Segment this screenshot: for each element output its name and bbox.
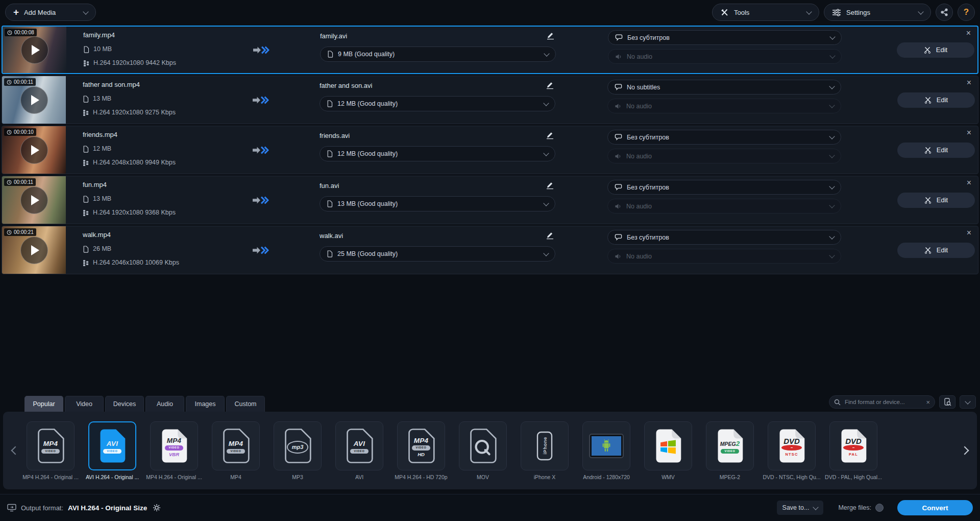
media-row-walk[interactable]: 00:00:21 walk.mp4 26 MB H.264 2046x1080 … — [2, 226, 978, 274]
quality-dropdown[interactable]: 9 MB (Good quality) — [320, 46, 556, 62]
format-tabs: Popular Video Devices Audio Images Custo… — [0, 393, 980, 412]
media-row-friends[interactable]: 00:00:10 friends.mp4 12 MB H.264 2048x10… — [2, 126, 978, 174]
collapse-panel-button[interactable] — [960, 395, 976, 409]
edit-label: Edit — [937, 196, 948, 204]
media-row-father-and-son[interactable]: 00:00:11 father and son.mp4 13 MB H.264 … — [2, 76, 978, 124]
preset-mpeg2[interactable]: MPEG2 VIDEO MPEG-2 — [705, 421, 755, 480]
search-clear-icon[interactable]: × — [926, 399, 930, 406]
quality-dropdown[interactable]: 25 MB (Good quality) — [320, 246, 555, 262]
play-button[interactable] — [20, 186, 48, 214]
preset-avi[interactable]: AVIVIDEO AVI — [334, 421, 384, 480]
preset-wmv[interactable]: WMV — [643, 421, 693, 480]
preset-iphone-x[interactable]: iPhone iPhone X — [520, 421, 570, 480]
device-detect-button[interactable] — [939, 395, 955, 409]
preset-avi-h264-original[interactable]: AVIVIDEO AVI H.264 - Original ... — [87, 421, 137, 480]
edit-button[interactable]: Edit — [897, 143, 975, 158]
source-info: father and son.mp4 13 MB H.264 1920x1080… — [83, 76, 242, 124]
carousel-left-button[interactable] — [7, 420, 23, 481]
source-size: 13 MB — [93, 95, 111, 103]
preset-mp4-hd-720p[interactable]: MP4VIDEOHD MP4 H.264 - HD 720p — [396, 421, 446, 480]
play-button[interactable] — [20, 86, 48, 114]
device-search-icon — [943, 398, 951, 406]
carousel-right-button[interactable] — [957, 420, 973, 481]
audio-dropdown[interactable]: No audio — [607, 199, 841, 214]
quality-dropdown[interactable]: 13 MB (Good quality) — [320, 196, 555, 211]
quality-dropdown[interactable]: 12 MB (Good quality) — [320, 146, 555, 161]
edit-button[interactable]: Edit — [897, 243, 975, 258]
tab-audio[interactable]: Audio — [145, 396, 184, 412]
rename-icon[interactable] — [545, 180, 555, 191]
preset-mp3[interactable]: mp3 MP3 — [273, 421, 323, 480]
tab-popular[interactable]: Popular — [24, 396, 63, 412]
subtitles-value: No subtitles — [627, 84, 660, 91]
play-button[interactable] — [20, 136, 48, 164]
preset-mp4-h264-original-1[interactable]: MP4VIDEO MP4 H.264 - Original ... — [26, 421, 76, 480]
preset-mp4[interactable]: MP4VIDEO MP4 — [211, 421, 261, 480]
tracks-settings: No subtitles No audio — [607, 76, 841, 124]
preset-dvd-ntsc[interactable]: DVD NTSC DVD - NTSC, High Qu... — [767, 421, 817, 480]
duration-text: 00:00:21 — [14, 229, 34, 235]
rename-icon[interactable] — [545, 31, 556, 41]
remove-file-button[interactable]: × — [967, 129, 971, 137]
search-icon — [834, 399, 841, 406]
help-button[interactable]: ? — [958, 4, 975, 21]
output-settings-button[interactable] — [153, 504, 161, 512]
source-filename: family.mp4 — [83, 31, 242, 39]
merge-files-toggle[interactable] — [875, 504, 884, 512]
edit-button[interactable]: Edit — [897, 92, 975, 108]
audio-dropdown[interactable]: No audio — [607, 249, 841, 264]
share-button[interactable] — [936, 4, 953, 21]
quality-dropdown[interactable]: 12 MB (Good quality) — [320, 96, 555, 111]
android-robot-icon — [600, 439, 612, 453]
subtitles-dropdown[interactable]: Без субтитров — [607, 230, 841, 245]
subtitles-dropdown[interactable]: Без субтитров — [607, 180, 841, 195]
media-row-family[interactable]: 00:00:08 family.mp4 10 MB H.264 1920x108… — [2, 26, 978, 74]
audio-dropdown[interactable]: No audio — [608, 49, 842, 64]
media-row-fun[interactable]: 00:00:11 fun.mp4 13 MB H.264 1920x1080 9… — [2, 176, 978, 224]
preset-mp4-h264-original-vbr[interactable]: MP4VIDEOVBR MP4 H.264 - Original ... — [149, 421, 199, 480]
tab-devices[interactable]: Devices — [105, 396, 144, 412]
subtitles-dropdown[interactable]: No subtitles — [607, 80, 841, 94]
add-media-button[interactable]: + Add Media — [5, 4, 96, 21]
duration-badge: 00:00:21 — [4, 228, 36, 236]
preset-label: MPEG-2 — [720, 474, 740, 480]
search-input[interactable] — [844, 398, 923, 406]
subtitles-dropdown[interactable]: Без субтитров — [607, 130, 841, 145]
remove-file-button[interactable]: × — [966, 29, 971, 37]
edit-button[interactable]: Edit — [897, 42, 974, 58]
convert-button[interactable]: Convert — [897, 500, 973, 515]
preset-label: MP4 H.264 - Original ... — [146, 474, 202, 480]
source-codec: H.264 1920x1080 9442 Kbps — [93, 59, 176, 67]
video-thumbnail[interactable]: 00:00:10 — [2, 126, 66, 174]
tab-images[interactable]: Images — [186, 396, 225, 412]
edit-button[interactable]: Edit — [897, 193, 975, 208]
save-to-dropdown[interactable]: Save to... — [777, 501, 824, 515]
video-thumbnail[interactable]: 00:00:11 — [2, 176, 66, 224]
settings-button[interactable]: Settings — [824, 4, 931, 21]
play-button[interactable] — [21, 36, 48, 64]
remove-file-button[interactable]: × — [967, 229, 971, 237]
preset-dvd-pal[interactable]: DVD PAL DVD - PAL, High Qual... — [828, 421, 878, 480]
tab-custom[interactable]: Custom — [226, 396, 265, 412]
preset-mov[interactable]: MOV — [458, 421, 508, 480]
tools-button[interactable]: Tools — [712, 4, 819, 21]
rename-icon[interactable] — [545, 130, 555, 140]
preset-label: DVD - NTSC, High Qu... — [763, 474, 820, 480]
video-thumbnail[interactable]: 00:00:11 — [2, 76, 66, 124]
rename-icon[interactable] — [545, 80, 555, 90]
subtitles-dropdown[interactable]: Без субтитров — [608, 30, 842, 45]
output-format-label: Output format: — [21, 504, 63, 512]
video-thumbnail[interactable]: 00:00:21 — [2, 226, 66, 274]
film-icon — [83, 60, 89, 67]
tab-video[interactable]: Video — [65, 396, 104, 412]
remove-file-button[interactable]: × — [967, 79, 971, 87]
rename-icon[interactable] — [545, 230, 555, 241]
remove-file-button[interactable]: × — [967, 179, 971, 187]
video-thumbnail[interactable]: 00:00:08 — [3, 27, 66, 73]
output-settings: friends.avi 12 MB (Good quality) — [320, 126, 555, 174]
merge-files-label: Merge files: — [838, 504, 871, 511]
audio-dropdown[interactable]: No audio — [607, 149, 841, 163]
audio-dropdown[interactable]: No audio — [607, 99, 841, 113]
play-button[interactable] — [20, 236, 48, 264]
preset-android-1280x720[interactable]: Android - 1280x720 — [581, 421, 631, 480]
